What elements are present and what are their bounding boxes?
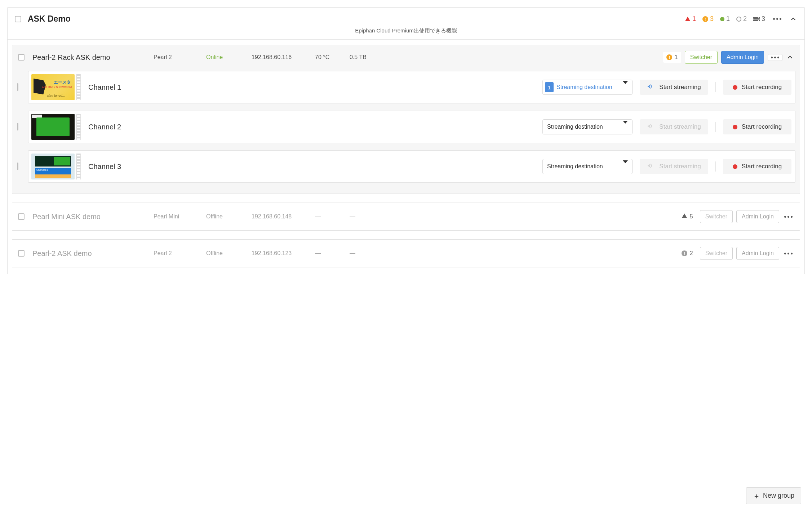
warning-circle-icon — [682, 250, 687, 256]
device-status: Offline — [206, 213, 249, 220]
device-card: Pearl Mini ASK demo Pearl Mini Offline 1… — [12, 203, 800, 231]
filmstrip-icon — [76, 154, 81, 179]
start-recording-button[interactable]: Start recording — [723, 159, 791, 174]
chevron-down-icon — [623, 81, 628, 90]
start-streaming-button[interactable]: Start streaming — [640, 159, 708, 174]
stream-icon — [647, 162, 655, 172]
stat-offline[interactable]: 2 — [736, 15, 747, 23]
device-checkbox[interactable] — [18, 250, 25, 257]
error-triangle-icon — [682, 213, 687, 221]
start-streaming-button[interactable]: Start streaming — [640, 119, 708, 134]
separator — [715, 82, 716, 92]
warning-circle-icon — [666, 54, 672, 60]
filmstrip-icon — [76, 114, 81, 140]
channel-row: エースタASK MAC x SHOWROOMstay tuned… Channe… — [28, 71, 795, 103]
channel-checkbox[interactable] — [17, 163, 18, 170]
streaming-destination-select[interactable]: Streaming destination — [542, 119, 633, 134]
start-streaming-button[interactable]: Start streaming — [640, 80, 708, 95]
device-checkbox[interactable] — [18, 213, 25, 220]
device-storage: — — [350, 213, 389, 220]
device-alert-badge[interactable]: 5 — [678, 211, 696, 222]
admin-login-button[interactable]: Admin Login — [721, 51, 764, 64]
group-title: ASK Demo — [28, 14, 71, 24]
separator — [715, 122, 716, 132]
device-card: Pearl-2 ASK demo Pearl 2 Offline 192.168… — [12, 239, 800, 267]
stream-icon — [647, 83, 655, 92]
start-recording-button[interactable]: Start recording — [723, 80, 791, 95]
group-panel: ASK Demo 1 3 1 2 3 — [7, 7, 805, 274]
device-status: Offline — [206, 250, 249, 257]
start-recording-button[interactable]: Start recording — [723, 119, 791, 134]
online-dot-icon — [720, 17, 724, 21]
separator — [715, 161, 716, 172]
device-more-menu[interactable] — [783, 214, 794, 220]
stat-errors[interactable]: 1 — [685, 15, 696, 23]
device-name[interactable]: Pearl-2 Rack ASK demo — [32, 53, 151, 62]
streaming-destination-select[interactable]: 1 Streaming destination — [542, 80, 633, 95]
device-header: Pearl-2 ASK demo Pearl 2 Offline 192.168… — [17, 243, 795, 263]
device-model: Pearl 2 — [154, 250, 204, 257]
streaming-destination-select[interactable]: Streaming destination — [542, 159, 633, 174]
device-name[interactable]: Pearl-2 ASK demo — [32, 249, 151, 258]
group-header: ASK Demo 1 3 1 2 3 — [8, 8, 804, 27]
device-collapse-toggle[interactable] — [786, 53, 794, 61]
switcher-button[interactable]: Switcher — [685, 51, 718, 64]
stream-icon — [647, 122, 655, 132]
storage-icon — [753, 17, 760, 21]
device-name[interactable]: Pearl Mini ASK demo — [32, 213, 151, 221]
chevron-down-icon — [623, 121, 628, 130]
admin-login-button[interactable]: Admin Login — [736, 247, 779, 260]
chevron-down-icon — [623, 160, 628, 169]
device-model: Pearl Mini — [154, 213, 204, 220]
group-subtitle: Epiphan Cloud Premium出使用できる機能 — [8, 27, 804, 40]
stat-warnings[interactable]: 3 — [702, 15, 714, 23]
device-status: Online — [206, 54, 249, 61]
device-storage: — — [350, 250, 389, 257]
svg-point-2 — [648, 165, 649, 167]
device-storage: 0.5 TB — [350, 54, 389, 61]
device-alert-badge[interactable]: 2 — [678, 248, 696, 259]
channel-row: Channel 2 Streaming destination Start st… — [28, 111, 795, 143]
group-checkbox[interactable] — [15, 16, 21, 22]
svg-point-1 — [648, 125, 649, 127]
record-icon — [733, 164, 737, 169]
channel-checkbox[interactable] — [17, 83, 18, 91]
filmstrip-icon — [76, 74, 81, 100]
channel-thumbnail[interactable]: エースタASK MAC x SHOWROOMstay tuned… — [31, 74, 75, 100]
device-temp: 70 °C — [315, 54, 347, 61]
device-ip: 192.168.60.123 — [252, 250, 313, 257]
device-ip: 192.168.60.148 — [252, 213, 313, 220]
error-triangle-icon — [685, 16, 691, 22]
stat-online[interactable]: 1 — [720, 15, 730, 23]
channel-name[interactable]: Channel 3 — [88, 163, 178, 171]
record-icon — [733, 125, 737, 129]
device-more-menu[interactable] — [768, 54, 782, 61]
channel-row: Channel 3 Channel 3 Streaming destinatio… — [28, 150, 795, 183]
channel-name[interactable]: Channel 1 — [88, 83, 178, 92]
destination-count-badge: 1 — [545, 82, 554, 92]
channel-thumbnail[interactable] — [31, 114, 75, 140]
device-alert-badge[interactable]: 1 — [663, 52, 681, 63]
group-collapse-toggle[interactable] — [789, 15, 797, 23]
record-icon — [733, 85, 737, 90]
stat-storage[interactable]: 3 — [753, 15, 765, 23]
device-checkbox[interactable] — [18, 54, 25, 61]
devices-area: Pearl-2 Rack ASK demo Pearl 2 Online 192… — [8, 40, 804, 274]
switcher-button[interactable]: Switcher — [700, 210, 733, 223]
svg-point-0 — [648, 86, 649, 87]
device-more-menu[interactable] — [783, 250, 794, 257]
group-more-menu[interactable] — [772, 16, 783, 22]
offline-ring-icon — [736, 17, 741, 22]
admin-login-button[interactable]: Admin Login — [736, 210, 779, 223]
device-ip: 192.168.60.116 — [252, 54, 313, 61]
channel-checkbox[interactable] — [17, 123, 18, 130]
warning-circle-icon — [702, 16, 708, 22]
channel-thumbnail[interactable]: Channel 3 — [31, 154, 75, 179]
device-header: Pearl Mini ASK demo Pearl Mini Offline 1… — [17, 207, 795, 227]
device-temp: — — [315, 213, 347, 220]
switcher-button[interactable]: Switcher — [700, 247, 733, 260]
device-card: Pearl-2 Rack ASK demo Pearl 2 Online 192… — [12, 45, 800, 194]
device-model: Pearl 2 — [154, 54, 204, 61]
channel-name[interactable]: Channel 2 — [88, 123, 178, 131]
device-temp: — — [315, 250, 347, 257]
